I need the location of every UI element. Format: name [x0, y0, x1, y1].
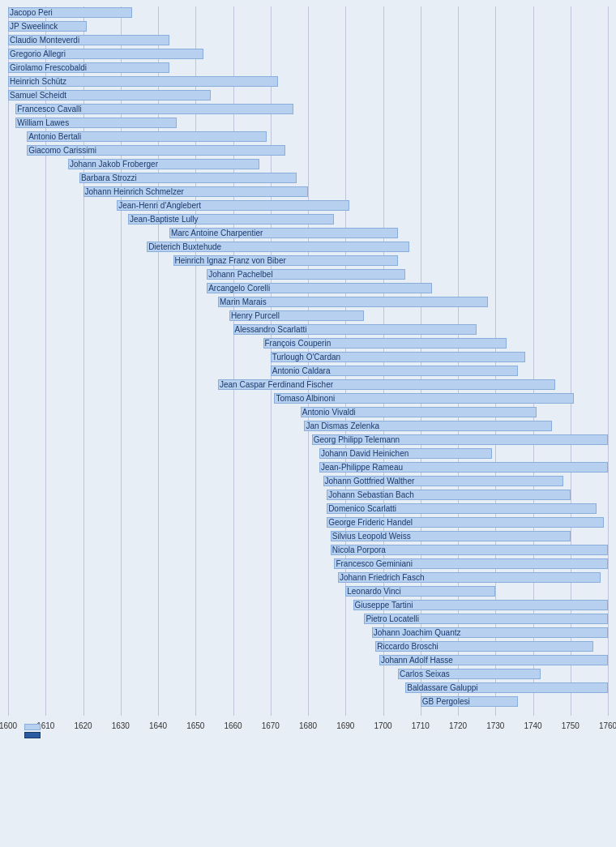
- composer-bar[interactable]: [331, 531, 571, 541]
- composer-bar[interactable]: [83, 186, 309, 197]
- bar-row: Gregorio Allegri: [0, 48, 616, 62]
- bar-row: Baldassare Galuppi: [0, 682, 616, 695]
- bar-row: Silvius Leopold Weiss: [0, 530, 616, 544]
- composer-bar[interactable]: [304, 421, 551, 431]
- bar-row: Heinrich Ignaz Franz von Biber: [0, 255, 616, 268]
- composer-bar[interactable]: [128, 214, 334, 225]
- bar-row: Johann Gottfried Walther: [0, 475, 616, 489]
- composer-bar[interactable]: [319, 462, 608, 473]
- axis-label-1720: 1720: [449, 721, 467, 735]
- bar-row: Alessandro Scarlatti: [0, 323, 616, 337]
- bar-row: Johann Friedrich Fasch: [0, 571, 616, 585]
- composer-bar[interactable]: [169, 228, 398, 238]
- composer-bar[interactable]: [327, 503, 597, 514]
- bar-row: Antonio Bertali: [0, 130, 616, 144]
- composer-bar[interactable]: [271, 366, 518, 376]
- chart-container: 1600161016201630164016501660167016801690…: [0, 0, 616, 758]
- composer-bar[interactable]: [372, 627, 608, 638]
- bar-row: Jean-Philippe Rameau: [0, 461, 616, 475]
- bar-row: Johann Sebastian Bach: [0, 489, 616, 503]
- composer-bar[interactable]: [8, 7, 132, 18]
- composer-bar[interactable]: [68, 159, 259, 169]
- composer-bar[interactable]: [8, 21, 87, 32]
- composer-bar[interactable]: [79, 173, 297, 183]
- composer-bar[interactable]: [229, 310, 365, 321]
- bar-row: Henry Purcell: [0, 310, 616, 323]
- composer-bar[interactable]: [8, 49, 203, 59]
- composer-bar[interactable]: [233, 324, 477, 335]
- bar-row: Johann Jakob Froberger: [0, 158, 616, 172]
- composer-bar[interactable]: [331, 545, 608, 555]
- composer-bar[interactable]: [375, 641, 592, 652]
- axis-label-1730: 1730: [486, 721, 504, 735]
- composer-bar[interactable]: [27, 145, 285, 156]
- bar-row: Girolamo Frescobaldi: [0, 62, 616, 75]
- bar-row: GB Pergolesi: [0, 695, 616, 709]
- composer-bar[interactable]: [334, 558, 608, 569]
- axis-label-1710: 1710: [412, 721, 430, 735]
- composer-bar[interactable]: [147, 242, 409, 252]
- legend-box-1: [24, 724, 41, 730]
- composer-bar[interactable]: [117, 200, 349, 211]
- composer-bar[interactable]: [27, 131, 267, 142]
- composer-bar[interactable]: [207, 269, 405, 280]
- composer-bar[interactable]: [8, 90, 211, 101]
- axis-label-1630: 1630: [112, 721, 130, 735]
- composer-bar[interactable]: [338, 572, 601, 583]
- composer-bar[interactable]: [207, 283, 432, 293]
- bar-row: Claudio Monteverdi: [0, 34, 616, 48]
- bar-row: Francesco Cavalli: [0, 103, 616, 117]
- axis-label-1620: 1620: [74, 721, 92, 735]
- composer-bar[interactable]: [405, 682, 608, 693]
- composer-bar[interactable]: [218, 379, 555, 390]
- composer-bar[interactable]: [8, 35, 169, 45]
- composer-bar[interactable]: [312, 434, 608, 445]
- bar-row: Jacopo Peri: [0, 6, 616, 20]
- bar-row: Georg Philipp Telemann: [0, 434, 616, 447]
- axis-label-1650: 1650: [186, 721, 204, 735]
- composer-bar[interactable]: [327, 517, 604, 528]
- composer-bar[interactable]: [301, 407, 537, 417]
- composer-bar[interactable]: [15, 118, 177, 128]
- bar-row: Domenico Scarlatti: [0, 503, 616, 516]
- bar-row: Jean Caspar Ferdinand Fischer: [0, 379, 616, 392]
- bar-row: Jan Dismas Zelenka: [0, 420, 616, 434]
- bar-row: Pietro Locatelli: [0, 613, 616, 627]
- composer-bar[interactable]: [173, 255, 399, 266]
- bar-row: Heinrich Schütz: [0, 75, 616, 89]
- bar-row: Carlos Seixas: [0, 668, 616, 682]
- composer-bar[interactable]: [327, 490, 571, 500]
- bar-row: Johann Heinrich Schmelzer: [0, 186, 616, 199]
- composer-bar[interactable]: [353, 600, 609, 610]
- bar-row: Marin Marais: [0, 296, 616, 310]
- chart-area: 1600161016201630164016501660167016801690…: [0, 0, 616, 742]
- composer-bar[interactable]: [319, 448, 492, 459]
- axis-label-1670: 1670: [262, 721, 280, 735]
- bar-row: JP Sweelinck: [0, 20, 616, 34]
- composer-bar[interactable]: [398, 669, 541, 679]
- bar-row: Samuel Scheidt: [0, 89, 616, 103]
- composer-bar[interactable]: [421, 696, 518, 707]
- composer-bar[interactable]: [218, 297, 488, 307]
- axis-label-1600: 1600: [0, 721, 17, 735]
- composer-bar[interactable]: [263, 338, 507, 349]
- composer-bar[interactable]: [379, 655, 608, 665]
- bar-row: George Frideric Handel: [0, 516, 616, 530]
- composer-bar[interactable]: [323, 476, 563, 486]
- bar-row: William Lawes: [0, 117, 616, 130]
- composer-bar[interactable]: [345, 586, 495, 597]
- axis-label-1760: 1760: [599, 721, 616, 735]
- composer-bar[interactable]: [15, 104, 293, 114]
- bar-row: Francesco Geminiani: [0, 558, 616, 571]
- composer-bar[interactable]: [274, 393, 574, 404]
- bar-row: Dieterich Buxtehude: [0, 241, 616, 255]
- bar-row: Antonio Caldara: [0, 365, 616, 379]
- composer-bar[interactable]: [8, 62, 169, 73]
- bar-row: Antonio Vivaldi: [0, 406, 616, 420]
- bar-row: Johann David Heinichen: [0, 447, 616, 461]
- composer-bar[interactable]: [364, 614, 608, 624]
- legend-box-2: [24, 732, 41, 738]
- composer-bar[interactable]: [271, 352, 526, 362]
- bar-row: Leonardo Vinci: [0, 585, 616, 599]
- composer-bar[interactable]: [8, 76, 278, 87]
